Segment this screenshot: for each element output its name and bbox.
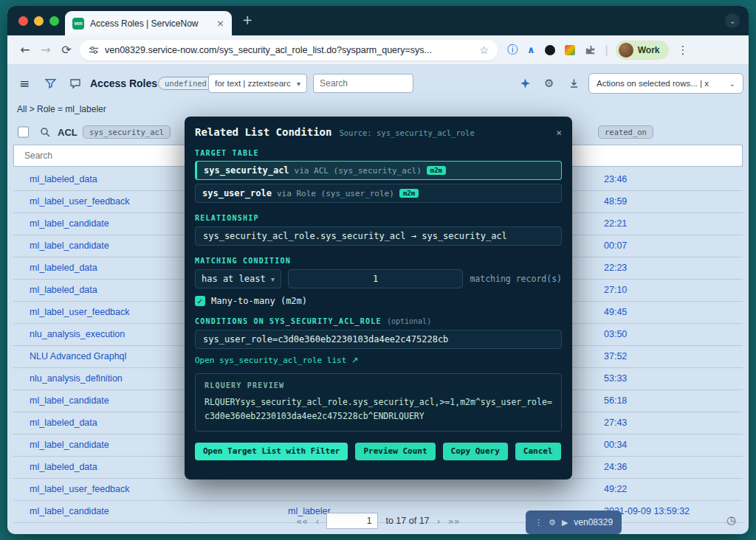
acl-link[interactable]: ml_label_user_feedback <box>30 196 130 207</box>
filter-funnel-icon[interactable] <box>44 77 57 90</box>
open-list-link[interactable]: Open sys_security_acl_role list ↗ <box>195 356 562 365</box>
acl-link[interactable]: nlu_analysis_definition <box>30 373 123 384</box>
row-right-value[interactable]: 49:22 <box>604 484 627 494</box>
tab-close-icon[interactable]: × <box>216 18 224 29</box>
row-right-value[interactable]: 53:33 <box>604 373 627 384</box>
cancel-button[interactable]: Cancel <box>515 443 561 460</box>
info-extension-icon[interactable]: ⓘ <box>507 44 518 57</box>
last-page-button[interactable]: »» <box>448 516 460 527</box>
browser-menu-icon[interactable]: ⋮ <box>678 44 689 57</box>
first-page-button[interactable]: «« <box>296 516 308 527</box>
history-clock-icon[interactable]: ◷ <box>726 513 736 527</box>
row-right-value[interactable]: 27:43 <box>604 418 627 428</box>
chat-bubble-icon[interactable] <box>69 77 81 89</box>
acl-link[interactable]: ml_labeled_data <box>30 462 97 472</box>
acl-link[interactable]: ml_label_user_feedback <box>30 307 130 317</box>
table-row[interactable]: ml_label_user_feedback49:22 <box>13 479 743 501</box>
acl-link[interactable]: ml_label_candidate <box>30 395 109 406</box>
pill-menu-icon[interactable]: ⋮ <box>535 518 543 527</box>
acl-link[interactable]: ml_labeled_data <box>30 174 97 184</box>
row-right-value[interactable]: 27:10 <box>604 285 627 295</box>
target-table-option[interactable]: sys_user_role via Role (sys_user_role) m… <box>195 184 562 203</box>
profile-avatar <box>619 43 633 58</box>
m2m-checkbox-row[interactable]: ✓ Many-to-many (m2m) <box>195 296 562 306</box>
row-right-value[interactable]: 37:52 <box>604 351 627 361</box>
previous-page-button[interactable]: ‹ <box>315 516 319 527</box>
download-icon[interactable] <box>568 78 580 89</box>
preview-count-button[interactable]: Preview Count <box>355 443 435 460</box>
traffic-lights <box>18 16 59 26</box>
target-table-option-selected[interactable]: sys_security_acl via ACL (sys_security_a… <box>195 161 562 180</box>
site-info-icon[interactable] <box>89 45 99 55</box>
copy-query-button[interactable]: Copy Query <box>443 443 508 460</box>
m2m-badge: m2m <box>399 189 419 198</box>
acl-link[interactable]: ml_label_candidate <box>30 218 109 229</box>
minimize-window-button[interactable] <box>34 16 44 26</box>
gear-icon[interactable]: ⚙ <box>544 77 554 90</box>
acl-link[interactable]: ml_labeled_data <box>30 263 97 273</box>
pill-gear-icon[interactable]: ⚙ <box>549 518 556 527</box>
profile-chip[interactable]: Work <box>616 41 669 60</box>
back-button[interactable]: ← <box>15 43 35 57</box>
page-number-input[interactable] <box>326 513 378 529</box>
open-target-list-button[interactable]: Open Target List with Filter <box>195 443 348 460</box>
row-right-value[interactable]: 00:34 <box>604 440 627 450</box>
global-search-input[interactable] <box>313 74 413 93</box>
modal-close-icon[interactable]: × <box>556 127 562 138</box>
actions-dropdown[interactable]: Actions on selected rows... | x ⌄ <box>588 73 743 94</box>
hamburger-menu-icon[interactable]: ≡ <box>19 76 30 91</box>
bookmark-star-icon[interactable]: ☆ <box>479 44 489 56</box>
next-page-button[interactable]: › <box>437 516 441 527</box>
row-right-value[interactable]: 22:21 <box>604 218 627 229</box>
breadcrumb[interactable]: All > Role = ml_labeler <box>17 104 106 114</box>
dark-circle-extension-icon[interactable] <box>545 45 555 55</box>
search-scope-dropdown[interactable]: for text | zztextsearc ▾ <box>208 74 307 93</box>
search-icon[interactable] <box>40 127 50 137</box>
browser-tab[interactable]: ven Access Roles | ServiceNow × <box>65 11 232 35</box>
acl-link[interactable]: ml_label_candidate <box>30 440 109 450</box>
acl-link[interactable]: ml_label_candidate <box>30 240 109 251</box>
acl-link[interactable]: ml_label_user_feedback <box>30 484 130 494</box>
row-right-value[interactable]: 24:36 <box>604 462 627 472</box>
row-right-value[interactable]: 56:18 <box>604 395 627 406</box>
open-list-link-text: Open sys_security_acl_role list <box>195 356 346 365</box>
row-right-value[interactable]: 48:59 <box>604 196 627 207</box>
rlquery-preview-label: RLQUERY PREVIEW <box>205 381 552 390</box>
extensions-puzzle-icon[interactable] <box>585 44 596 55</box>
pagination: «« ‹ to 17 of 17 › »» <box>7 513 749 529</box>
match-count-input[interactable] <box>288 269 463 288</box>
new-tab-button[interactable]: + <box>242 13 252 27</box>
sparkle-icon[interactable] <box>520 78 531 89</box>
colorful-extension-icon[interactable] <box>565 45 575 55</box>
caret-extension-icon[interactable]: ∧ <box>527 44 535 55</box>
acl-link[interactable]: ml_labeled_data <box>30 418 97 428</box>
instance-user-pill[interactable]: ⋮ ⚙ ▶ ven08329 <box>526 510 622 534</box>
external-link-icon: ↗ <box>351 356 358 365</box>
operator-select[interactable]: has at least ▾ <box>195 269 281 288</box>
matching-records-suffix: matching record(s) <box>470 274 562 284</box>
row-right-value[interactable]: 22:23 <box>604 263 627 273</box>
column-header-acl[interactable]: ACL <box>58 127 78 138</box>
pill-play-icon[interactable]: ▶ <box>562 518 568 527</box>
url-text[interactable]: ven08329.service-now.com/sys_security_ac… <box>105 45 473 55</box>
zoom-window-button[interactable] <box>49 16 59 26</box>
matching-condition-row: has at least ▾ matching record(s) <box>195 269 562 288</box>
row-right-value[interactable]: 49:45 <box>604 307 627 317</box>
acl-link[interactable]: nlu_analysis_execution <box>30 329 125 339</box>
reload-button[interactable]: ⟳ <box>56 43 77 57</box>
checkbox-checked-icon[interactable]: ✓ <box>195 296 205 306</box>
row-right-value[interactable]: 23:46 <box>604 174 627 184</box>
row-right-value[interactable]: 00:07 <box>604 240 627 251</box>
acl-link[interactable]: NLU Advanced Graphql <box>30 351 126 361</box>
address-bar[interactable]: ven08329.service-now.com/sys_security_ac… <box>80 40 498 60</box>
close-window-button[interactable] <box>18 16 28 26</box>
column-header-created-on[interactable]: reated_on <box>598 125 653 139</box>
forward-button[interactable]: → <box>35 43 56 57</box>
acl-link[interactable]: ml_labeled_data <box>30 285 97 295</box>
pagination-range-text: to 17 of 17 <box>385 516 429 526</box>
rlquery-preview-text: RLQUERYsys_security_acl_role.sys_securit… <box>205 395 552 423</box>
select-all-checkbox[interactable] <box>18 127 29 138</box>
row-right-value[interactable]: 03:50 <box>604 329 627 339</box>
conditions-input[interactable] <box>195 330 562 349</box>
tab-search-chevron-icon[interactable]: ⌄ <box>725 13 740 28</box>
